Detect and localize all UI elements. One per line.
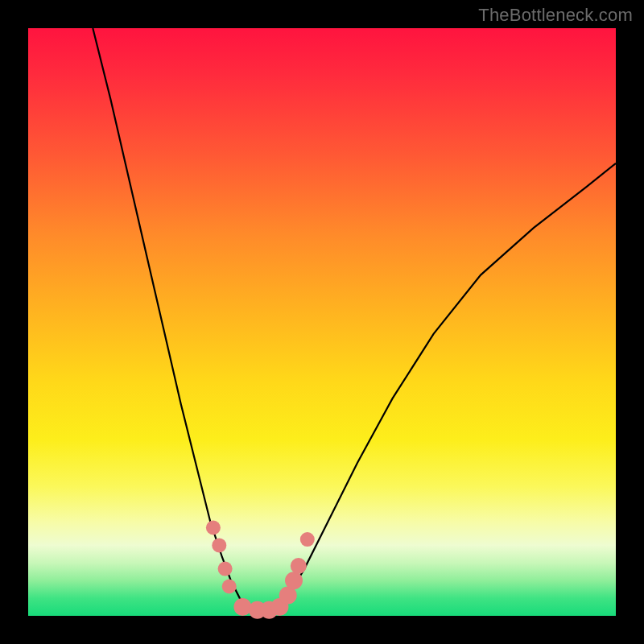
highlight-dot <box>285 572 303 589</box>
chart-svg <box>28 28 616 616</box>
left-curve <box>93 28 248 610</box>
highlight-dot <box>233 598 251 616</box>
right-curve <box>275 163 616 610</box>
marker-layer <box>206 521 315 619</box>
highlight-dot <box>218 562 233 576</box>
highlight-dot <box>222 580 237 594</box>
highlight-dot <box>291 558 307 574</box>
highlight-dot <box>300 532 315 547</box>
watermark-text: TheBottleneck.com <box>478 5 633 26</box>
chart-frame: TheBottleneck.com <box>0 0 644 644</box>
highlight-dot <box>206 521 221 535</box>
curve-layer <box>93 28 616 610</box>
highlight-dot <box>212 538 226 552</box>
